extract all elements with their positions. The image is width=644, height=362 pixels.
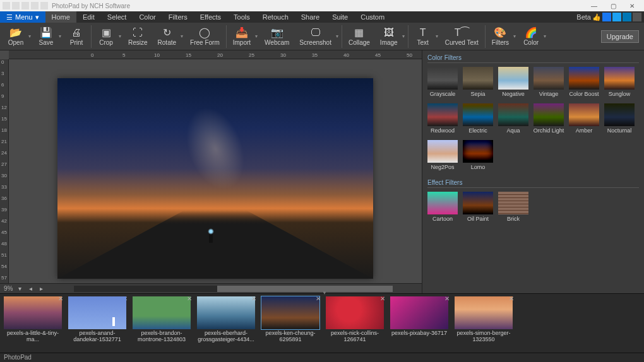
color-filter-negative[interactable]: Negative <box>498 67 528 97</box>
collage-button[interactable]: ▦Collage <box>343 26 375 47</box>
color-filter-nocturnal[interactable]: Nocturnal <box>604 103 635 134</box>
menu-retouch[interactable]: Retouch <box>256 11 295 23</box>
menu-home[interactable]: Home <box>45 11 76 23</box>
tool-label: Webcam <box>265 39 289 46</box>
color-filter-lomo[interactable]: Lomo <box>463 140 493 170</box>
close-icon[interactable]: ✕ <box>187 295 192 302</box>
image-button[interactable]: 🖼Image <box>375 26 403 47</box>
filters-button[interactable]: 🎨Filters <box>487 26 514 47</box>
rotate-button[interactable]: ↻Rotate <box>153 26 181 47</box>
webcam-button[interactable]: 📷Webcam <box>259 26 294 47</box>
minimize-button[interactable]: — <box>585 1 604 11</box>
upgrade-button[interactable]: Upgrade <box>601 30 639 43</box>
dropdown-icon[interactable]: ▾ <box>434 33 440 39</box>
thumbnail-item[interactable]: ✕pexels-ken-cheung-6295891 <box>261 296 319 343</box>
dropdown-icon[interactable]: ▾ <box>253 33 259 39</box>
menu-filters[interactable]: Filters <box>162 11 194 23</box>
close-icon[interactable]: ✕ <box>380 295 385 302</box>
zoom-out-button[interactable]: ▾ <box>16 285 23 292</box>
thumbnail-item[interactable]: ✕pexels-brandon-montrone-1324803 <box>133 296 191 343</box>
filter-thumb <box>534 103 564 126</box>
thumbnail-item[interactable]: ✕pexels-a-little-&-tiny-ma... <box>4 296 62 343</box>
filter-thumb <box>463 140 493 163</box>
menu-effects[interactable]: Effects <box>194 11 227 23</box>
effect-filter-oil-paint[interactable]: Oil Paint <box>463 192 493 222</box>
resize-button[interactable]: ⛶Resize <box>123 26 153 47</box>
color-filter-electric[interactable]: Electric <box>463 103 493 134</box>
color-filter-orchid-light[interactable]: Orchid Light <box>534 103 564 134</box>
menu-edit[interactable]: Edit <box>76 11 101 23</box>
menu-custom[interactable]: Custom <box>354 11 391 23</box>
canvas[interactable] <box>9 59 422 283</box>
zoom-next-button[interactable]: ▸ <box>38 285 45 292</box>
titlebar: PhotoPad by NCH Software — ▢ ✕ <box>0 0 644 11</box>
effect-filter-cartoon[interactable]: Cartoon <box>427 192 458 222</box>
zoom-prev-button[interactable]: ◂ <box>27 285 34 292</box>
screenshot-button[interactable]: 🖵Screenshot <box>294 26 337 47</box>
thumbnail-item[interactable]: ✕pexels-nick-collins-1266741 <box>326 296 384 343</box>
qat-icon[interactable] <box>40 2 48 9</box>
dropdown-icon[interactable]: ▾ <box>57 33 63 39</box>
main-image[interactable] <box>57 78 373 279</box>
toolbar: 📂Open▾💾Save▾🖨Print▣Crop▾⛶Resize↻Rotate▾◯… <box>0 23 644 50</box>
dropdown-icon[interactable]: ▾ <box>542 33 548 39</box>
text-button[interactable]: TText <box>410 26 436 47</box>
thumbsup-icon[interactable]: 👍 <box>592 13 601 21</box>
color-filter-grayscale[interactable]: Grayscale <box>427 67 458 97</box>
color-filter-neg2pos[interactable]: Neg2Pos <box>427 140 458 170</box>
close-icon[interactable]: ✕ <box>444 295 450 302</box>
save-button[interactable]: 💾Save <box>33 26 59 47</box>
crop-button[interactable]: ▣Crop <box>93 26 119 47</box>
h-scrollbar[interactable] <box>74 286 393 292</box>
menu-share[interactable]: Share <box>295 11 326 23</box>
menu-suite[interactable]: Suite <box>326 11 354 23</box>
facebook-icon[interactable] <box>602 13 611 21</box>
effect-filter-brick[interactable]: Brick <box>498 192 528 222</box>
thumbnail-item[interactable]: ✕pexels-anand-dandekar-1532771 <box>68 296 126 343</box>
close-icon[interactable]: ✕ <box>509 295 514 302</box>
open-button[interactable]: 📂Open <box>3 26 29 47</box>
close-icon[interactable]: ✕ <box>58 295 63 302</box>
close-button[interactable]: ✕ <box>623 1 641 11</box>
menu-tools[interactable]: Tools <box>227 11 256 23</box>
print-button[interactable]: 🖨Print <box>63 26 90 47</box>
twitter-icon[interactable] <box>612 13 621 21</box>
qat-icon[interactable] <box>3 2 10 9</box>
main-menu-button[interactable]: ☰ Menu ▾ <box>0 11 45 23</box>
close-icon[interactable]: ✕ <box>316 295 321 302</box>
color-filter-sepia[interactable]: Sepia <box>463 67 493 97</box>
filter-label: Color Boost <box>569 91 599 97</box>
menu-color[interactable]: Color <box>133 11 162 23</box>
color-button[interactable]: 🌈Color <box>518 26 544 47</box>
thumbnail-item[interactable]: ✕pexels-pixabay-36717 <box>390 296 448 337</box>
share-icon[interactable] <box>633 13 641 21</box>
menu-select[interactable]: Select <box>101 11 133 23</box>
filter-thumb <box>463 67 493 90</box>
qat-icon[interactable] <box>12 2 20 9</box>
qat-icon[interactable] <box>21 2 29 9</box>
dropdown-icon[interactable]: ▾ <box>27 33 33 39</box>
color-filter-vintage[interactable]: Vintage <box>534 67 564 97</box>
color-filter-redwood[interactable]: Redwood <box>427 103 458 134</box>
dropdown-icon[interactable]: ▾ <box>400 33 407 39</box>
maximize-button[interactable]: ▢ <box>604 1 623 11</box>
linkedin-icon[interactable] <box>623 13 631 21</box>
curved-text-button[interactable]: T⁀Curved Text <box>440 26 484 47</box>
dropdown-icon[interactable]: ▾ <box>511 33 518 39</box>
workarea: 051015202530354045505560 036912151821242… <box>0 50 644 293</box>
color-filter-sunglow[interactable]: Sunglow <box>604 67 635 97</box>
thumbnail-item[interactable]: ✕pexels-eberhard-grossgasteiger-4434... <box>197 296 255 343</box>
color-filter-color-boost[interactable]: Color Boost <box>569 67 599 97</box>
dropdown-icon[interactable]: ▾ <box>179 33 185 39</box>
import-button[interactable]: 📥Import <box>228 26 256 47</box>
thumbnail-item[interactable]: ✕pexels-simon-berger-1323550 <box>455 296 513 343</box>
qat-icon[interactable] <box>31 2 39 9</box>
free-form-button[interactable]: ◯Free Form <box>185 26 225 47</box>
dropdown-icon[interactable]: ▾ <box>117 33 123 39</box>
filter-thumb <box>427 103 458 126</box>
dropdown-icon[interactable]: ▾ <box>334 33 340 39</box>
thumbnail-label: pexels-nick-collins-1266741 <box>326 330 384 343</box>
color-filter-aqua[interactable]: Aqua <box>498 103 528 134</box>
close-icon[interactable]: ✕ <box>251 295 256 302</box>
color-filter-amber[interactable]: Amber <box>569 103 599 134</box>
